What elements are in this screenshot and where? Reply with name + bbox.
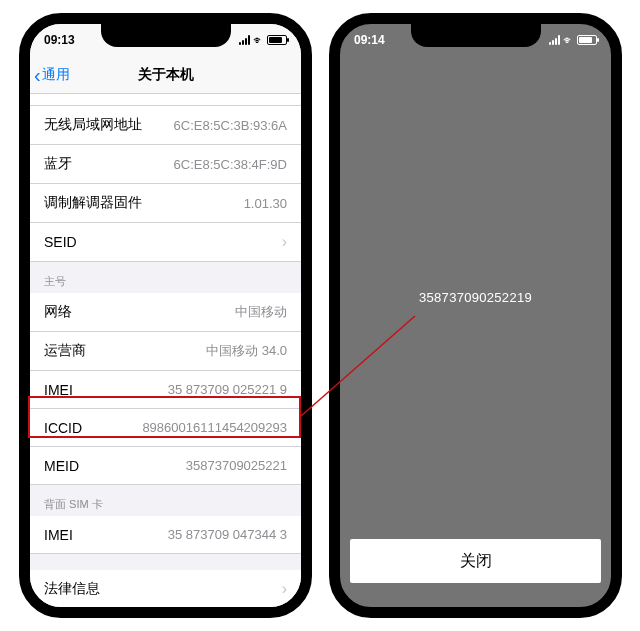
row-label: SEID [44,234,77,250]
group-header-back-sim: 背面 SIM 卡 [30,485,301,516]
row-label: 法律信息 [44,580,100,598]
group-spacer [30,554,301,570]
wifi-icon: ᯤ [563,34,574,46]
notch [101,23,231,47]
battery-icon [577,35,597,45]
status-time: 09:14 [354,33,385,47]
row-bluetooth[interactable]: 蓝牙 6C:E8:5C:38:4F:9D [30,145,301,184]
battery-icon [267,35,287,45]
signal-icon [549,35,560,45]
row-value: 89860016111454209293 [142,420,287,435]
row-value: 中国移动 34.0 [206,342,287,360]
row-label: 无线局域网地址 [44,116,142,134]
row-label: 调制解调器固件 [44,194,142,212]
back-label: 通用 [42,66,70,84]
row-label: 运营商 [44,342,86,360]
row-label: 网络 [44,303,72,321]
row-legal[interactable]: 法律信息 › [30,570,301,607]
wifi-icon: ᯤ [253,34,264,46]
group-header-main-sim: 主号 [30,262,301,293]
status-icons: ᯤ [239,34,287,46]
row-value: 6C:E8:5C:3B:93:6A [174,118,287,133]
row-label: 蓝牙 [44,155,72,173]
row-value: 中国移动 [235,303,287,321]
row-label: IMEI [44,382,73,398]
row-iccid[interactable]: ICCID 89860016111454209293 [30,409,301,447]
row-carrier[interactable]: 运营商 中国移动 34.0 [30,332,301,371]
settings-list[interactable]: 无线局域网地址 6C:E8:5C:3B:93:6A 蓝牙 6C:E8:5C:38… [30,94,301,607]
status-icons: ᯤ [549,34,597,46]
row-value: 1.01.30 [244,196,287,211]
nav-bar: ‹ 通用 关于本机 [30,56,301,94]
row-imei[interactable]: IMEI 35 873709 025221 9 [30,371,301,409]
row-network[interactable]: 网络 中国移动 [30,293,301,332]
meid-display: 358737090252219 [340,56,611,539]
row-label: MEID [44,458,79,474]
phone-left: 09:13 ᯤ ‹ 通用 关于本机 无线局域网地址 6C:E8:5C:3B:93… [19,13,312,618]
row-value: 35873709025221 [186,458,287,473]
chevron-right-icon: › [276,580,287,598]
row-value: 35 873709 047344 3 [168,527,287,542]
page-title: 关于本机 [138,66,194,84]
notch [411,23,541,47]
chevron-right-icon: › [276,233,287,251]
phone-right: 09:14 ᯤ 358737090252219 关闭 [329,13,622,618]
row-label: ICCID [44,420,82,436]
row-label: IMEI [44,527,73,543]
chevron-left-icon: ‹ [34,65,42,85]
close-label: 关闭 [460,551,492,572]
close-button[interactable]: 关闭 [350,539,601,583]
row-value: 35 873709 025221 9 [168,382,287,397]
status-time: 09:13 [44,33,75,47]
row-seid[interactable]: SEID › [30,223,301,262]
row-wlan[interactable]: 无线局域网地址 6C:E8:5C:3B:93:6A [30,106,301,145]
row-meid[interactable]: MEID 35873709025221 [30,447,301,485]
meid-value: 358737090252219 [419,290,532,305]
back-button[interactable]: ‹ 通用 [34,65,70,85]
row-modem-firmware[interactable]: 调制解调器固件 1.01.30 [30,184,301,223]
row-value: 6C:E8:5C:38:4F:9D [174,157,287,172]
table-row-partial [30,94,301,106]
signal-icon [239,35,250,45]
row-imei-2[interactable]: IMEI 35 873709 047344 3 [30,516,301,554]
